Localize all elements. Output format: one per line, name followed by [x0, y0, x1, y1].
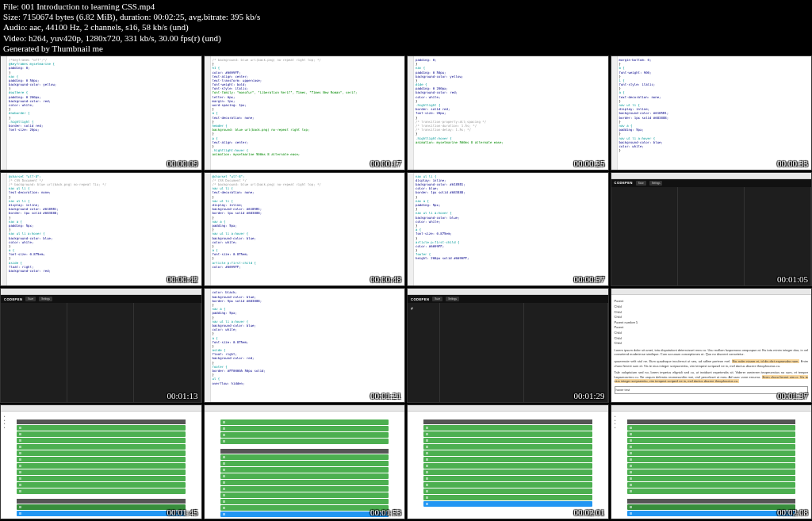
list-item[interactable]: [423, 425, 592, 431]
settings-button[interactable]: Settings: [649, 181, 663, 186]
thumbnail-9[interactable]: CODEPEN Save Settings 00:01:13: [0, 288, 202, 403]
list-item[interactable]: [220, 432, 389, 438]
list-item[interactable]: [17, 476, 186, 481]
list-item[interactable]: [17, 463, 186, 469]
timestamp: 00:01:53: [370, 508, 401, 517]
css-panel[interactable]: [67, 303, 134, 403]
list-item[interactable]: [17, 511, 186, 516]
code-body: /*keyframes "off";*/ @keyframes mysetmar…: [7, 56, 201, 170]
thumbnail-13[interactable]: ▸▸▸▸ 00:01:45: [0, 404, 202, 519]
list-item[interactable]: [627, 469, 796, 475]
list-item[interactable]: [220, 461, 389, 466]
code-body: @charset "utf-8"; /* CSS Document */ /* …: [211, 173, 405, 286]
css-panel[interactable]: [440, 303, 524, 403]
list-item[interactable]: [423, 469, 592, 475]
list-item[interactable]: [220, 426, 389, 431]
list-item[interactable]: [627, 438, 796, 443]
thumbnail-15[interactable]: 00:02:01: [407, 404, 609, 519]
section-header[interactable]: [17, 419, 186, 424]
list-item[interactable]: [627, 476, 796, 481]
css-panel[interactable]: [678, 187, 745, 287]
list-item[interactable]: [423, 438, 592, 443]
list-item[interactable]: [220, 480, 389, 485]
list-item[interactable]: [220, 454, 389, 460]
settings-button[interactable]: Settings: [446, 297, 459, 301]
thumbnail-3[interactable]: padding: 0; } nav { padding: 0 50px; bac…: [407, 56, 609, 170]
html-panel[interactable]: #: [408, 303, 440, 403]
list-item[interactable]: [423, 488, 592, 494]
thumbnail-1[interactable]: /*keyframes "off";*/ @keyframes mysetmar…: [0, 56, 202, 170]
file-name: File: 001 Introduction to learning CSS.m…: [3, 2, 809, 12]
thumbnail-12[interactable]: Parent Child Child Child Parent number 5…: [611, 288, 813, 403]
thumbnail-4[interactable]: margin-bottom: 0; } b { font-weight: 900…: [611, 56, 813, 170]
list-item[interactable]: [423, 444, 592, 450]
section-header[interactable]: [220, 449, 389, 454]
timestamp: 00:01:37: [777, 391, 808, 400]
list-item[interactable]: [17, 444, 186, 450]
list-item[interactable]: [627, 425, 796, 431]
list-item[interactable]: [627, 457, 796, 462]
js-panel[interactable]: [134, 303, 201, 403]
line-gutter: [408, 56, 414, 170]
list-item[interactable]: [627, 463, 796, 469]
list-item[interactable]: [220, 467, 389, 473]
thumbnail-16[interactable]: ▸▸▸▸ 00:02:08: [611, 404, 813, 519]
js-panel[interactable]: [745, 187, 811, 287]
list-item[interactable]: [17, 469, 186, 475]
thumbnail-2[interactable]: /* background: blue url(back.png) no-rep…: [204, 56, 406, 170]
generator: Generated by Thumbnail me: [3, 44, 809, 54]
thumbnail-14[interactable]: 00:01:53: [204, 404, 406, 519]
list-item[interactable]: [17, 504, 186, 510]
list-item[interactable]: [220, 499, 389, 504]
section-header[interactable]: [17, 499, 186, 504]
thumbnail-11[interactable]: CODEPEN Save Settings # 00:01:29: [407, 288, 609, 403]
list-item[interactable]: [423, 501, 592, 507]
section-header[interactable]: [423, 419, 592, 424]
thumbnail-8[interactable]: CODEPEN Save Settings 00:01:05: [611, 172, 813, 287]
list-item[interactable]: [423, 457, 592, 462]
list-item[interactable]: [17, 438, 186, 443]
list-item[interactable]: [627, 504, 796, 510]
list-item[interactable]: [627, 488, 796, 494]
thumbnail-10[interactable]: color: black; background-color: blue; bo…: [204, 288, 406, 403]
js-panel[interactable]: [524, 303, 608, 403]
section-header[interactable]: [627, 419, 796, 424]
list-item[interactable]: [220, 439, 389, 444]
list-item[interactable]: [627, 431, 796, 437]
list-item[interactable]: [17, 488, 186, 494]
save-button[interactable]: Save: [25, 297, 36, 301]
list-item[interactable]: [17, 482, 186, 488]
code-editor: @charset "utf-8"; /* CSS Document */ /* …: [1, 173, 201, 286]
list-item[interactable]: [627, 511, 796, 516]
list-item[interactable]: [17, 450, 186, 456]
list-item[interactable]: [423, 450, 592, 456]
list-item[interactable]: [423, 476, 592, 481]
list-item[interactable]: [220, 511, 389, 517]
list-item[interactable]: [627, 444, 796, 450]
list-item[interactable]: [220, 505, 389, 511]
html-panel[interactable]: [1, 303, 67, 403]
list-item[interactable]: [627, 450, 796, 456]
timestamp: 00:00:09: [167, 159, 197, 168]
list-item[interactable]: [220, 492, 389, 498]
list-item[interactable]: [627, 482, 796, 488]
list-item[interactable]: [423, 431, 592, 437]
list-item[interactable]: [17, 457, 186, 462]
list-item[interactable]: [220, 486, 389, 492]
thumbnail-6[interactable]: @charset "utf-8"; /* CSS Document */ /* …: [204, 172, 406, 287]
list-item[interactable]: [220, 419, 389, 425]
section-header[interactable]: [627, 499, 796, 504]
list-item[interactable]: [423, 495, 592, 500]
list-item[interactable]: [423, 463, 592, 469]
html-panel[interactable]: [611, 187, 678, 287]
thumbnail-7[interactable]: nav ul li { display: inline; background-…: [407, 172, 609, 287]
thumbnail-5[interactable]: @charset "utf-8"; /* CSS Document */ /* …: [0, 172, 202, 287]
settings-button[interactable]: Settings: [39, 297, 52, 301]
list-item[interactable]: [17, 431, 186, 437]
list-item[interactable]: [423, 482, 592, 488]
highlighted-text: Nia noler nianer ei, id dis dict esprona…: [732, 359, 800, 363]
list-item[interactable]: [17, 425, 186, 431]
save-button[interactable]: Save: [636, 181, 646, 186]
list-item[interactable]: [220, 473, 389, 479]
save-button[interactable]: Save: [432, 297, 442, 301]
